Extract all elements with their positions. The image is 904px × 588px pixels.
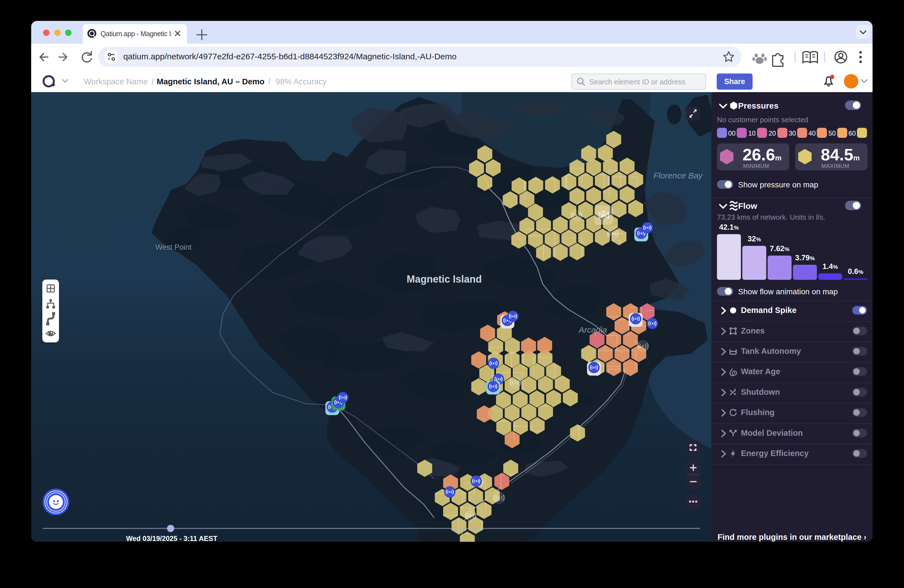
svg-text:Magnetic Island: Magnetic Island — [407, 273, 482, 285]
svg-text:West Point: West Point — [155, 243, 192, 251]
svg-text:Arcadia: Arcadia — [578, 325, 607, 334]
svg-text:Florence Bay: Florence Bay — [654, 171, 703, 180]
